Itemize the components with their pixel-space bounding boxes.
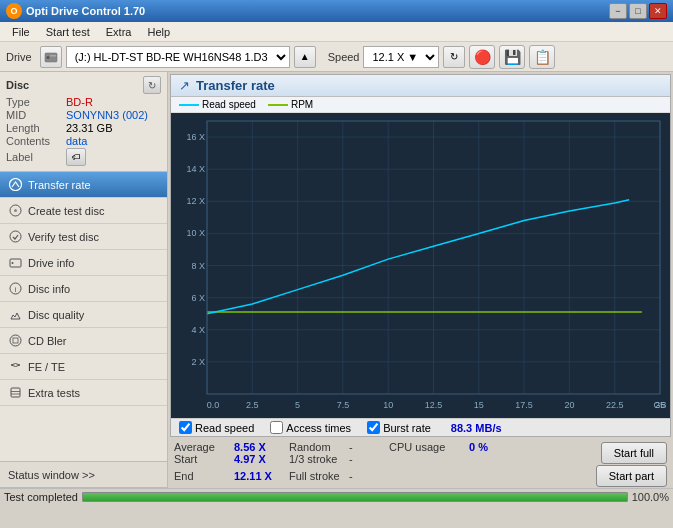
svg-point-8 [11,262,13,264]
end-value: 12.11 X [234,465,289,487]
create-disc-icon [8,204,22,218]
cpu-label: CPU usage [389,441,469,453]
nav-verify-test-disc[interactable]: Verify test disc [0,224,167,250]
legend-read: Read speed [179,99,256,110]
refresh-speed-button[interactable]: ↻ [443,46,465,68]
nav-drive-info-label: Drive info [28,257,74,269]
start-label: Start [174,453,234,465]
drivebar: Drive (J:) HL-DT-ST BD-RE WH16NS48 1.D3 … [0,42,673,72]
svg-text:i: i [14,285,16,294]
checkbox-burst-rate[interactable]: Burst rate [367,421,431,434]
nav-fe-te[interactable]: FE / TE [0,354,167,380]
nav-cd-bler-label: CD Bler [28,335,67,347]
nav-disc-quality-label: Disc quality [28,309,84,321]
drive-label: Drive [6,51,32,63]
chart-panel: ↗ Transfer rate Read speed RPM [170,74,671,437]
minimize-button[interactable]: − [609,3,627,19]
nav-drive-info[interactable]: Drive info [0,250,167,276]
svg-rect-2 [50,55,56,57]
toolbar-btn-3[interactable]: 📋 [529,45,555,69]
extra-tests-icon [8,386,22,400]
random-label: Random [289,441,349,453]
drive-icon [40,46,62,68]
disc-quality-icon [8,308,22,322]
drive-select[interactable]: (J:) HL-DT-ST BD-RE WH16NS48 1.D3 [66,46,290,68]
fullstroke-dash: - [349,465,389,487]
average-label: Average [174,441,234,453]
nav-disc-quality[interactable]: Disc quality [0,302,167,328]
menu-file[interactable]: File [4,24,38,40]
disc-panel: Disc ↻ Type BD-R MID SONYNN3 (002) Lengt… [0,72,167,172]
progress-bar [82,492,628,502]
checkbox-access-times[interactable]: Access times [270,421,351,434]
nav-create-test-disc-label: Create test disc [28,205,104,217]
titlebar: O Opti Drive Control 1.70 − □ ✕ [0,0,673,22]
cpu-value: 0 % [469,441,507,453]
random-dash: - [349,441,389,453]
eject-button[interactable]: ▲ [294,46,316,68]
chart-icon: ↗ [179,78,190,93]
svg-point-6 [10,231,21,242]
nav-extra-tests-label: Extra tests [28,387,80,399]
stroke13-label: 1/3 stroke [289,453,349,465]
legend-rpm-label: RPM [291,99,313,110]
svg-point-5 [14,209,17,212]
nav-verify-test-disc-label: Verify test disc [28,231,99,243]
disc-contents-label: Contents [6,135,66,147]
disc-mid-label: MID [6,109,66,121]
content-area: ↗ Transfer rate Read speed RPM [168,72,673,488]
drive-info-icon [8,256,22,270]
disc-title: Disc [6,79,29,91]
svg-point-3 [9,179,21,191]
transfer-rate-icon [8,178,22,192]
close-button[interactable]: ✕ [649,3,667,19]
disc-refresh-button[interactable]: ↻ [143,76,161,94]
nav-extra-tests[interactable]: Extra tests [0,380,167,406]
nav-disc-info-label: Disc info [28,283,70,295]
status-window-label: Status window >> [8,469,95,481]
nav-transfer-rate[interactable]: Transfer rate [0,172,167,198]
maximize-button[interactable]: □ [629,3,647,19]
fullstroke-label: Full stroke [289,465,349,487]
nav-disc-info[interactable]: i Disc info [0,276,167,302]
menu-starttest[interactable]: Start test [38,24,98,40]
nav-transfer-rate-label: Transfer rate [28,179,91,191]
menu-help[interactable]: Help [139,24,178,40]
progress-bar-fill [83,493,627,501]
fe-te-icon [8,360,22,374]
disc-type-value: BD-R [66,96,93,108]
nav-fe-te-label: FE / TE [28,361,65,373]
chart-legend: Read speed RPM [171,97,670,113]
sidebar: Disc ↻ Type BD-R MID SONYNN3 (002) Lengt… [0,72,168,488]
nav-cd-bler[interactable]: CD Bler [0,328,167,354]
svg-rect-12 [13,338,18,343]
menu-extra[interactable]: Extra [98,24,140,40]
toolbar-btn-1[interactable]: 🔴 [469,45,495,69]
chart-title: Transfer rate [196,78,275,93]
disc-type-label: Type [6,96,66,108]
svg-point-1 [46,56,49,59]
access-times-checkbox[interactable] [270,421,283,434]
app-icon: O [6,3,22,19]
statusbar: Test completed 100.0% [0,488,673,504]
legend-rpm: RPM [268,99,313,110]
end-label: End [174,465,234,487]
status-window-button[interactable]: Status window >> [0,462,167,488]
burst-rate-checkbox[interactable] [367,421,380,434]
checkbox-read-speed[interactable]: Read speed [179,421,254,434]
toolbar-btn-2[interactable]: 💾 [499,45,525,69]
disc-label-button[interactable]: 🏷 [66,148,86,166]
read-speed-checkbox[interactable] [179,421,192,434]
disc-contents-value: data [66,135,87,147]
status-text: Test completed [4,491,78,503]
nav-create-test-disc[interactable]: Create test disc [0,198,167,224]
start-full-button[interactable]: Start full [601,442,667,464]
disc-label-label: Label [6,151,66,163]
disc-mid-value: SONYNN3 (002) [66,109,148,121]
chart-header: ↗ Transfer rate [171,75,670,97]
start-part-button[interactable]: Start part [596,465,667,487]
legend-read-color [179,104,199,106]
menubar: File Start test Extra Help [0,22,673,42]
burst-value: 88.3 MB/s [451,422,502,434]
speed-select[interactable]: 12.1 X ▼ [363,46,439,68]
